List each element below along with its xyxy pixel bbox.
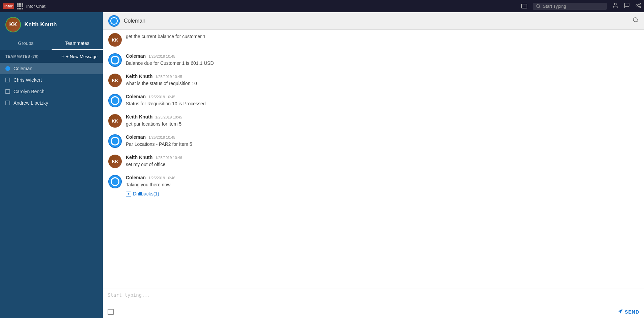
new-message-button[interactable]: + + New Message — [61, 53, 97, 59]
bot-avatar-inner — [111, 137, 119, 145]
user-name: Keith Knuth — [24, 21, 57, 28]
offline-indicator — [5, 101, 10, 105]
message-sender: Coleman — [126, 53, 146, 59]
message-header: Coleman 1/25/2019 10:45 — [126, 134, 192, 140]
teammates-header: TEAMMATES (78) + + New Message — [0, 50, 103, 63]
monitor-icon[interactable] — [521, 4, 527, 8]
avatar: KK — [5, 17, 21, 32]
message-content: Keith Knuth 1/25/2019 10:45 get par loca… — [126, 114, 182, 128]
bot-avatar-msg — [108, 53, 122, 67]
message-text: Par Locations - PAR2 for Item 5 — [126, 141, 192, 148]
svg-point-3 — [639, 3, 641, 5]
contact-name: Chris Wiekert — [13, 77, 42, 83]
teammates-label: TEAMMATES (78) — [5, 54, 38, 58]
message-text: what is the status of requisition 10 — [126, 80, 197, 87]
message-sender: Coleman — [126, 134, 146, 140]
message-input-area: SEND — [103, 289, 644, 318]
message-sender: Coleman — [126, 94, 146, 99]
message-time: 1/25/2019 10:46 — [148, 176, 175, 180]
global-search[interactable] — [533, 3, 607, 10]
message-sender: Keith Knuth — [126, 74, 152, 79]
message-text: set my out of office — [126, 161, 182, 168]
chat-icon[interactable] — [624, 2, 630, 10]
message-time: 1/25/2019 10:45 — [155, 115, 182, 119]
main-layout: KK Keith Knuth Groups Teammates TEAMMATE… — [0, 12, 644, 318]
message-sender: Coleman — [126, 175, 146, 180]
user-avatar-msg: KK — [108, 114, 122, 128]
chat-header-name: Coleman — [124, 18, 145, 24]
svg-line-7 — [637, 4, 639, 5]
offline-indicator — [5, 78, 10, 82]
drillback-label: Drillbacks(1) — [133, 191, 159, 196]
messages-container: KK get the current balance for customer … — [103, 30, 644, 289]
bot-avatar-msg — [108, 134, 122, 148]
send-icon — [618, 309, 623, 315]
message-content: Coleman 1/25/2019 10:45 Par Locations - … — [126, 134, 192, 148]
top-bar-right — [521, 2, 641, 10]
message-time: 1/25/2019 10:45 — [148, 95, 175, 99]
tab-groups[interactable]: Groups — [0, 37, 52, 50]
app-title: Infor Chat — [26, 4, 45, 9]
message-sender: Keith Knuth — [126, 114, 152, 120]
bot-avatar-inner — [111, 96, 119, 105]
user-icon[interactable] — [612, 2, 618, 10]
message-header: Keith Knuth 1/25/2019 10:46 — [126, 155, 182, 160]
bot-avatar-msg — [108, 175, 122, 188]
contact-name: Andrew Lipetzky — [13, 100, 48, 106]
message-row: KK Keith Knuth 1/25/2019 10:46 set my ou… — [108, 155, 639, 168]
message-time: 1/25/2019 10:45 — [148, 54, 175, 58]
online-indicator — [5, 66, 10, 71]
message-header: Coleman 1/25/2019 10:46 — [126, 175, 175, 180]
svg-point-5 — [639, 6, 641, 8]
contact-list: Coleman Chris Wiekert Carolyn Bench Andr… — [0, 63, 103, 318]
message-row: KK Keith Knuth 1/25/2019 10:45 get par l… — [108, 114, 639, 128]
chat-area: Coleman KK get the current balance for c… — [103, 12, 644, 318]
message-content: Coleman 1/25/2019 10:46 Taking you there… — [126, 175, 175, 196]
tab-teammates[interactable]: Teammates — [52, 37, 103, 50]
share-icon[interactable] — [635, 2, 641, 10]
message-content: Keith Knuth 1/25/2019 10:46 set my out o… — [126, 155, 182, 168]
sidebar-tabs: Groups Teammates — [0, 37, 103, 50]
svg-line-1 — [539, 7, 540, 8]
contact-name: Carolyn Bench — [13, 89, 45, 94]
message-input[interactable] — [108, 292, 639, 304]
search-icon — [536, 4, 541, 8]
message-time: 1/25/2019 10:45 — [155, 75, 182, 79]
message-text: get the current balance for customer 1 — [126, 33, 206, 40]
global-search-input[interactable] — [543, 4, 597, 9]
contact-item-chris[interactable]: Chris Wiekert — [0, 74, 103, 86]
message-sender: Keith Knuth — [126, 155, 152, 160]
message-content: Keith Knuth 1/25/2019 10:45 what is the … — [126, 74, 197, 87]
message-text: get par locations for item 5 — [126, 121, 182, 128]
message-text: Status for Requisition 10 is Processed — [126, 100, 206, 107]
bot-avatar-inner — [111, 177, 119, 186]
contact-item-carolyn[interactable]: Carolyn Bench — [0, 86, 103, 97]
new-message-label: + New Message — [66, 54, 97, 59]
user-avatar-msg: KK — [108, 33, 122, 47]
chat-search-icon[interactable] — [633, 17, 639, 25]
offline-indicator — [5, 89, 10, 94]
message-content: get the current balance for customer 1 — [126, 33, 206, 40]
message-time: 1/25/2019 10:46 — [155, 156, 182, 160]
chat-header: Coleman — [103, 12, 644, 30]
top-bar-left: infor Infor Chat — [3, 3, 46, 9]
svg-marker-10 — [618, 309, 622, 313]
contact-name: Coleman — [13, 66, 32, 71]
infor-logo[interactable]: infor — [3, 3, 14, 9]
bot-avatar-inner — [111, 56, 119, 64]
message-content: Coleman 1/25/2019 10:45 Status for Requi… — [126, 94, 206, 107]
input-toolbar-left — [108, 309, 114, 315]
message-header: Keith Knuth 1/25/2019 10:45 — [126, 114, 182, 120]
svg-line-9 — [637, 21, 638, 22]
message-row: Coleman 1/25/2019 10:45 Balance due for … — [108, 53, 639, 67]
send-button[interactable]: SEND — [618, 309, 639, 315]
message-content: Coleman 1/25/2019 10:45 Balance due for … — [126, 53, 214, 67]
top-nav-bar: infor Infor Chat — [0, 0, 644, 12]
drillback-link[interactable]: ■ Drillbacks(1) — [126, 191, 159, 196]
contact-item-andrew[interactable]: Andrew Lipetzky — [0, 97, 103, 109]
message-row: Coleman 1/25/2019 10:45 Status for Requi… — [108, 94, 639, 107]
user-header: KK Keith Knuth — [0, 12, 103, 37]
contact-item-coleman[interactable]: Coleman — [0, 63, 103, 74]
attachment-icon[interactable] — [108, 309, 114, 315]
grid-icon[interactable] — [17, 3, 23, 9]
